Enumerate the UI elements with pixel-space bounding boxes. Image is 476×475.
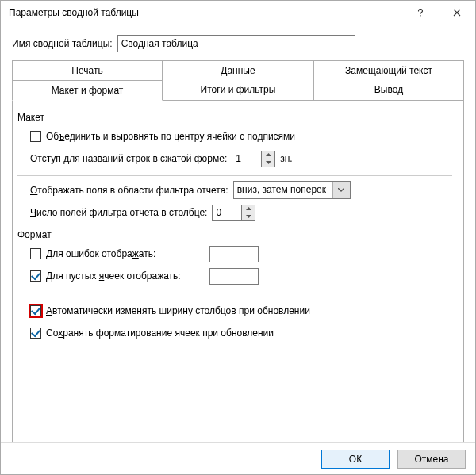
- merge-cells-checkbox[interactable]: [30, 131, 41, 142]
- filter-count-input[interactable]: [213, 205, 241, 220]
- tab-print[interactable]: Печать: [12, 60, 163, 80]
- preserve-formatting-label: Сохранять форматирование ячеек при обнов…: [46, 328, 274, 339]
- dialog-content: Имя сводной таблицы: Печать Данные Замещ…: [1, 25, 475, 442]
- titlebar: Параметры сводной таблицы: [1, 1, 475, 25]
- errors-show-label: Для ошибок отображать:: [46, 248, 205, 259]
- pivottable-name-input[interactable]: [117, 35, 355, 52]
- filter-count-up[interactable]: [242, 205, 255, 213]
- empty-show-checkbox[interactable]: [30, 270, 41, 282]
- title: Параметры сводной таблицы: [9, 7, 402, 18]
- help-button[interactable]: [402, 1, 439, 25]
- errors-show-checkbox[interactable]: [30, 248, 41, 259]
- display-fields-value: вниз, затем поперек: [234, 182, 332, 198]
- autofit-columns-label: Автоматически изменять ширину столбцов п…: [46, 305, 310, 316]
- group-layout-label: Макет: [17, 112, 452, 123]
- indent-up[interactable]: [262, 151, 274, 159]
- name-label: Имя сводной таблицы:: [12, 38, 113, 49]
- empty-show-label: Для пустых ячеек отображать:: [46, 270, 205, 282]
- tab-strip: Печать Данные Замещающий текст Макет и ф…: [12, 60, 464, 442]
- tab-alttext[interactable]: Замещающий текст: [313, 60, 464, 80]
- close-button[interactable]: [439, 1, 475, 25]
- cancel-button[interactable]: Отмена: [397, 450, 466, 469]
- autofit-columns-checkbox[interactable]: [30, 305, 41, 316]
- tab-data[interactable]: Данные: [163, 60, 313, 80]
- dialog-pivottable-options: Параметры сводной таблицы Имя сводной та…: [0, 0, 476, 475]
- display-fields-select[interactable]: вниз, затем поперек: [233, 181, 351, 199]
- dialog-footer: ОК Отмена: [1, 442, 475, 474]
- indent-unit: зн.: [280, 153, 292, 164]
- preserve-formatting-checkbox[interactable]: [30, 328, 41, 339]
- filter-count-spinner[interactable]: [212, 205, 255, 221]
- filter-count-down[interactable]: [242, 213, 255, 220]
- tab-totals-filters[interactable]: Итоги и фильтры: [163, 80, 313, 101]
- filter-count-label: Число полей фильтра отчета в столбце:: [30, 207, 207, 218]
- display-fields-label: Отображать поля в области фильтра отчета…: [30, 185, 228, 196]
- tab-panel-layout: Макет Объединить и выровнять по центру я…: [12, 101, 464, 442]
- empty-show-input[interactable]: [209, 268, 259, 285]
- indent-down[interactable]: [262, 159, 274, 167]
- group-format-label: Формат: [17, 229, 452, 240]
- tab-output[interactable]: Вывод: [313, 80, 464, 101]
- merge-cells-label: Объединить и выровнять по центру ячейки …: [46, 131, 295, 142]
- tab-layout-format[interactable]: Макет и формат: [12, 80, 163, 101]
- ok-button[interactable]: ОК: [321, 450, 390, 469]
- errors-show-input[interactable]: [209, 246, 259, 262]
- indent-label: Отступ для названий строк в сжатой форме…: [30, 153, 227, 164]
- indent-spinner[interactable]: [232, 151, 275, 167]
- chevron-down-icon[interactable]: [332, 182, 350, 198]
- indent-input[interactable]: [232, 151, 261, 167]
